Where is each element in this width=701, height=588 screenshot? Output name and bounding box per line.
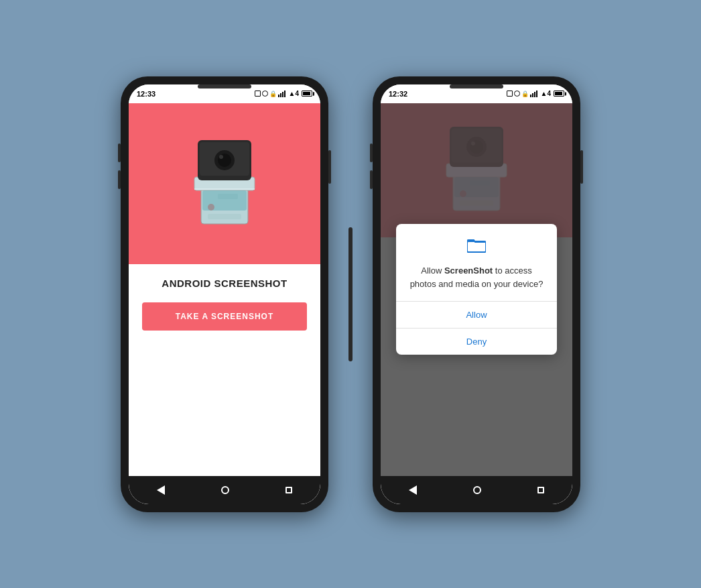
vol-down-button[interactable] xyxy=(118,170,121,189)
permission-dialog: Allow ScreenShot to access photos and me… xyxy=(396,224,557,355)
dialog-message: Allow ScreenShot to access photos and me… xyxy=(409,264,544,290)
signal-bars-icon-right xyxy=(530,91,539,97)
folder-icon-svg xyxy=(467,237,486,253)
svg-rect-23 xyxy=(467,241,486,252)
status-time-right: 12:32 xyxy=(389,90,407,98)
phones-divider xyxy=(348,227,353,361)
phone-right: 12:32 🔒 ▲4 xyxy=(373,76,580,512)
battery-icon xyxy=(302,91,312,97)
back-button-left[interactable] xyxy=(157,485,165,495)
home-button-left[interactable] xyxy=(221,486,229,494)
status-bar-left: 12:33 🔒 ▲4 xyxy=(129,84,320,103)
lte-icon-right: ▲4 xyxy=(541,90,551,97)
app-background-right: ANDROID SCREENSHOT xyxy=(381,103,572,476)
status-bar-right: 12:32 🔒 ▲4 xyxy=(381,84,572,103)
dialog-content: Allow ScreenShot to access photos and me… xyxy=(396,224,557,301)
recents-button-right[interactable] xyxy=(537,487,544,493)
permission-dialog-overlay: Allow ScreenShot to access photos and me… xyxy=(381,103,572,476)
back-button-right[interactable] xyxy=(409,485,417,495)
phone-screen-right: 12:32 🔒 ▲4 xyxy=(381,84,572,504)
home-button-right[interactable] xyxy=(473,486,481,494)
lte-icon: ▲4 xyxy=(289,90,299,97)
app-title-left: ANDROID SCREENSHOT xyxy=(162,278,287,289)
power-button[interactable] xyxy=(328,150,331,184)
vol-up-button[interactable] xyxy=(118,143,121,162)
alarm-icon-right xyxy=(514,91,520,97)
deny-button[interactable]: Deny xyxy=(396,329,557,355)
alarm-icon xyxy=(262,91,268,97)
app-name-bold: ScreenShot xyxy=(444,266,493,276)
svg-rect-9 xyxy=(202,190,247,211)
take-screenshot-button-left[interactable]: TAKE A SCREENSHOT xyxy=(142,302,307,331)
battery-icon-right xyxy=(554,91,564,97)
vol-down-button-right[interactable] xyxy=(370,170,373,189)
app-hero-left xyxy=(129,103,320,264)
nav-bar-right xyxy=(381,476,572,504)
power-button-right[interactable] xyxy=(580,150,583,184)
phone-screen-left: 12:33 🔒 ▲4 xyxy=(129,84,320,504)
dialog-folder-icon xyxy=(409,237,544,257)
allow-button[interactable]: Allow xyxy=(396,302,557,328)
signal-bars-icon xyxy=(278,91,288,97)
notif-icon xyxy=(255,91,261,97)
vol-up-button-right[interactable] xyxy=(370,143,373,162)
app-content-left: ANDROID SCREENSHOT TAKE A SCREENSHOT xyxy=(129,264,320,476)
phone-left: 12:33 🔒 ▲4 xyxy=(121,76,328,512)
svg-point-6 xyxy=(219,155,223,159)
notif-icon-right xyxy=(507,91,513,97)
nav-bar-left xyxy=(129,476,320,504)
status-icons-right: 🔒 ▲4 xyxy=(507,90,564,97)
svg-rect-10 xyxy=(208,214,241,219)
recents-button-left[interactable] xyxy=(285,487,292,493)
lock-icon: 🔒 xyxy=(269,91,277,97)
scanner-image-left xyxy=(181,130,268,237)
status-icons-left: 🔒 ▲4 xyxy=(255,90,312,97)
status-time-left: 12:33 xyxy=(137,90,155,98)
lock-icon-right: 🔒 xyxy=(521,91,529,97)
